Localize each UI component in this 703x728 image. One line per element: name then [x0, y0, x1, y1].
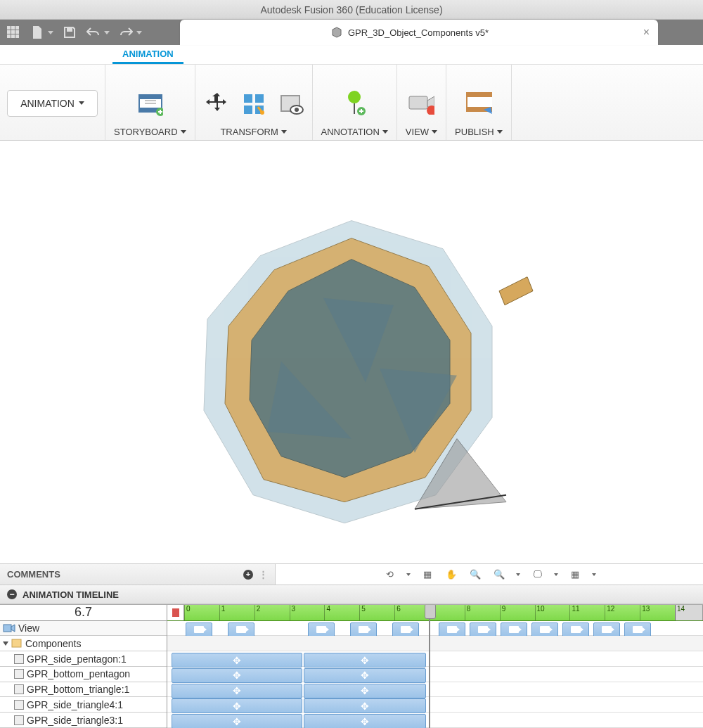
view-label[interactable]: VIEW [406, 127, 437, 137]
animation-timeline: 6.7 View Components GPR_side_pentagon:1 … [0, 604, 703, 728]
ruler-tick: 11 [569, 605, 579, 620]
view-keyframe-clip[interactable] [308, 622, 335, 637]
capture-view-icon[interactable] [408, 90, 434, 117]
quick-access-toolbar: GPR_3D_Object_Components v5* × [0, 20, 703, 45]
grid-settings-icon[interactable]: ▦ [568, 568, 582, 582]
view-keyframe-clip[interactable] [186, 622, 212, 637]
component-track[interactable]: ✥✥ [167, 682, 703, 698]
workspace-tab-animation[interactable]: ANIMATION [112, 45, 183, 64]
ruler-tick: 9 [500, 605, 506, 620]
transform-clip[interactable]: ✥ [304, 653, 426, 668]
document-tab[interactable]: GPR_3D_Object_Components v5* × [180, 20, 658, 45]
panel-grip-icon[interactable]: ⋮ [259, 569, 268, 580]
camera-icon [540, 626, 550, 633]
svg-marker-38 [499, 276, 533, 305]
ruler-start-marker[interactable] [167, 605, 184, 620]
apps-grid-icon[interactable] [6, 25, 21, 40]
transform-clip[interactable]: ✥ [304, 714, 426, 728]
view-keyframe-clip[interactable] [392, 622, 419, 637]
annotation-label[interactable]: ANNOTATION [321, 127, 388, 137]
view-keyframe-clip[interactable] [228, 622, 254, 637]
svg-rect-7 [11, 34, 15, 38]
component-track[interactable]: ✥✥ [167, 713, 703, 728]
expand-icon[interactable] [3, 641, 8, 646]
show-hide-icon[interactable] [277, 90, 304, 117]
svg-rect-39 [4, 625, 11, 632]
timeline-track-row[interactable]: GPR_side_triangle3:1 [0, 713, 167, 728]
timeline-track-row[interactable]: GPR_bottom_triangle:1 [0, 682, 167, 698]
redo-dropdown-caret[interactable] [136, 31, 142, 34]
view-keyframe-clip[interactable] [501, 622, 527, 637]
file-dropdown-caret[interactable] [48, 31, 53, 34]
ribbon-group-annotation: ANNOTATION [313, 65, 397, 140]
add-comment-icon[interactable]: + [243, 570, 253, 580]
transform-move-icon[interactable] [204, 90, 231, 117]
camera-icon [236, 626, 246, 633]
new-storyboard-icon[interactable] [136, 90, 163, 117]
svg-rect-1 [11, 26, 15, 30]
workspace-selector-button[interactable]: ANIMATION [7, 90, 98, 117]
transform-clip[interactable]: ✥ [172, 698, 302, 713]
component-track[interactable]: ✥✥ [167, 651, 703, 667]
3d-viewport[interactable] [0, 141, 703, 563]
storyboard-label[interactable]: STORYBOARD [114, 127, 186, 137]
transform-clip[interactable]: ✥ [304, 668, 426, 683]
look-at-icon[interactable]: ▦ [420, 568, 434, 582]
view-track[interactable] [167, 621, 703, 637]
timeline-track-row[interactable]: GPR_side_triangle4:1 [0, 697, 167, 713]
ribbon-toolbar: ANIMATION STORYBOARD TRANSFORM ANNOTATIO… [0, 65, 703, 141]
transform-clip[interactable]: ✥ [304, 698, 426, 713]
view-keyframe-clip[interactable] [350, 622, 377, 637]
camera-icon [478, 626, 488, 633]
camera-icon [602, 626, 612, 633]
zoom-icon[interactable]: 🔍 [468, 568, 482, 582]
timeline-components-row[interactable]: Components [0, 636, 167, 651]
timeline-playhead[interactable] [429, 605, 430, 728]
transform-clip[interactable]: ✥ [172, 684, 302, 698]
view-keyframe-clip[interactable] [562, 622, 589, 637]
undo-icon[interactable] [86, 25, 101, 40]
component-track[interactable]: ✥✥ [167, 667, 703, 682]
redo-icon[interactable] [118, 25, 134, 40]
move-icon: ✥ [361, 716, 369, 727]
publish-video-icon[interactable] [465, 90, 492, 117]
component-icon [11, 639, 22, 649]
callout-icon[interactable] [341, 90, 368, 117]
svg-rect-3 [7, 30, 11, 34]
auto-explode-icon[interactable] [240, 90, 267, 117]
component-track[interactable]: ✥✥ [167, 697, 703, 713]
view-keyframe-clip[interactable] [439, 622, 465, 637]
timeline-track-row[interactable]: GPR_bottom_pentagon [0, 667, 167, 682]
collapse-timeline-icon[interactable]: − [7, 589, 17, 599]
body-icon [14, 669, 24, 679]
timeline-track-row[interactable]: GPR_side_pentagon:1 [0, 651, 167, 667]
undo-dropdown-caret[interactable] [104, 31, 110, 34]
display-settings-icon[interactable]: 🖵 [530, 568, 544, 582]
orbit-icon[interactable]: ⟲ [382, 568, 396, 582]
view-keyframe-clip[interactable] [593, 622, 620, 637]
close-tab-icon[interactable]: × [643, 26, 650, 39]
timeline-view-row[interactable]: View [0, 621, 167, 637]
zoom-window-icon[interactable]: 🔍 [492, 568, 506, 582]
transform-clip[interactable]: ✥ [172, 653, 302, 668]
move-icon: ✥ [361, 701, 369, 712]
transform-clip[interactable]: ✥ [304, 684, 426, 698]
transform-clip[interactable]: ✥ [172, 668, 302, 683]
publish-label[interactable]: PUBLISH [455, 127, 503, 137]
save-icon[interactable] [62, 25, 77, 40]
transform-clip[interactable]: ✥ [172, 714, 302, 728]
animation-timeline-header: − ANIMATION TIMELINE [0, 585, 703, 604]
view-keyframe-clip[interactable] [624, 622, 651, 637]
view-keyframe-clip[interactable] [531, 622, 558, 637]
move-icon: ✥ [233, 716, 241, 727]
transform-label[interactable]: TRANSFORM [220, 127, 286, 137]
comments-title: COMMENTS [7, 569, 60, 580]
view-keyframe-clip[interactable] [470, 622, 496, 637]
3d-model-preview [169, 199, 534, 539]
file-icon[interactable] [30, 25, 45, 40]
body-icon [14, 684, 24, 694]
pan-icon[interactable]: ✋ [444, 568, 458, 582]
svg-rect-25 [467, 93, 492, 97]
svg-rect-8 [15, 34, 19, 38]
ruler-tick: 4 [324, 605, 330, 620]
